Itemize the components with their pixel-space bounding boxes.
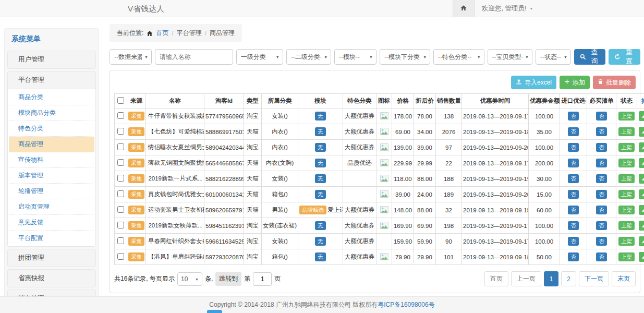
import-select-badge[interactable]: 否	[568, 112, 579, 121]
row-checkbox[interactable]	[117, 159, 124, 166]
status-badge[interactable]: 上架	[618, 112, 635, 121]
batch-delete-button[interactable]: 批量删除	[593, 76, 636, 89]
must-buy-badge[interactable]: 否	[596, 237, 607, 246]
user-menu[interactable]: 欢迎您, 管理员! ▼	[475, 0, 540, 17]
must-buy-badge[interactable]: 否	[596, 159, 607, 167]
import-select-badge[interactable]: 否	[568, 237, 579, 246]
add-button[interactable]: 添加	[560, 76, 590, 89]
row-checkbox[interactable]	[117, 253, 124, 260]
import-select-badge[interactable]: 否	[568, 174, 579, 183]
row-checkbox[interactable]	[117, 206, 124, 213]
icp-link[interactable]: 粤ICP备16098006号	[378, 300, 434, 309]
status-badge[interactable]: 上架	[618, 143, 635, 152]
sidebar-group-header-4[interactable]: 消息管理	[8, 290, 95, 296]
page-button-上一页[interactable]: 上一页	[511, 271, 541, 286]
home-button[interactable]	[453, 0, 475, 17]
row-checkbox[interactable]	[117, 222, 124, 228]
module-select[interactable]: --模块--	[334, 49, 376, 65]
edit-icon	[641, 191, 644, 197]
sidebar-item-7[interactable]: 启动页管理	[9, 199, 94, 215]
import-select-badge[interactable]: 否	[568, 143, 579, 152]
row-checkbox[interactable]	[117, 190, 124, 197]
must-buy-badge[interactable]: 否	[596, 190, 607, 199]
row-checkbox[interactable]	[117, 175, 124, 182]
row-checkbox[interactable]	[117, 237, 124, 244]
import-select-badge[interactable]: 否	[568, 190, 579, 199]
module-sub-category-select[interactable]: --模块下分类--	[380, 49, 430, 65]
must-buy-badge[interactable]: 否	[596, 143, 607, 152]
edit-button[interactable]	[639, 236, 644, 246]
sidebar-item-9[interactable]: 平台配置	[9, 231, 94, 246]
status-badge[interactable]: 上架	[618, 127, 635, 136]
edit-button[interactable]	[639, 158, 644, 168]
cell-coupon_amount: 100.00	[529, 140, 560, 155]
item-type-select[interactable]: --宝贝类型--	[488, 49, 532, 65]
sidebar-item-2[interactable]: 特色分类	[9, 121, 94, 137]
sidebar-item-6[interactable]: 轮播管理	[9, 184, 94, 199]
page-button-末页[interactable]: 末页	[612, 271, 636, 286]
edit-button[interactable]	[639, 111, 644, 121]
page-button-2[interactable]: 2	[561, 271, 576, 286]
import-select-badge[interactable]: 否	[568, 206, 579, 214]
reset-button[interactable]: 重置	[609, 49, 640, 65]
import-select-badge[interactable]: 否	[568, 159, 579, 167]
sidebar-item-1[interactable]: 模块商品分类	[9, 105, 94, 121]
status-select[interactable]: --状态--	[536, 49, 571, 65]
sidebar-item-3[interactable]: 商品管理	[9, 137, 94, 152]
import-excel-button[interactable]: 导入excel	[511, 76, 556, 89]
edit-button[interactable]	[639, 189, 644, 199]
feature-category-select[interactable]: --特色分类--	[433, 49, 484, 65]
cell-category: 箱包()	[262, 249, 298, 265]
module-badge: 无	[315, 252, 326, 261]
level2-category-select[interactable]: --二级分类--	[286, 49, 331, 65]
jump-page-input[interactable]	[253, 272, 272, 286]
must-buy-badge[interactable]: 否	[596, 174, 607, 183]
sidebar-group-header-3[interactable]: 省惠快报	[8, 270, 95, 287]
sidebar-item-0[interactable]: 商品分类	[9, 90, 94, 105]
sidebar-item-8[interactable]: 意见反馈	[9, 215, 94, 231]
select-all-checkbox[interactable]	[117, 97, 124, 104]
status-badge[interactable]: 上架	[618, 174, 635, 183]
page-size-select[interactable]: 10	[177, 272, 202, 286]
breadcrumb: 当前位置: 首页 / 平台管理 / 商品管理	[110, 24, 242, 42]
sidebar-group-header-0[interactable]: 用户管理	[8, 51, 95, 68]
status-badge[interactable]: 上架	[618, 190, 635, 199]
sidebar-item-4[interactable]: 宣传物料	[9, 152, 94, 168]
edit-button[interactable]	[639, 142, 644, 152]
edit-button[interactable]	[639, 252, 644, 262]
import-select-badge[interactable]: 否	[568, 221, 579, 230]
sidebar-group-header-1[interactable]: 平台管理	[8, 71, 95, 89]
status-badge[interactable]: 上架	[618, 252, 635, 261]
edit-button[interactable]	[639, 127, 644, 137]
level1-category-select[interactable]: 一级分类	[236, 49, 283, 65]
cell-taoke_id: 589620659791	[204, 202, 244, 218]
row-checkbox[interactable]	[117, 128, 124, 135]
must-buy-badge[interactable]: 否	[596, 221, 607, 230]
column-header-module: 模块	[298, 94, 343, 109]
must-buy-badge[interactable]: 否	[596, 112, 607, 121]
sidebar-item-5[interactable]: 版本管理	[9, 168, 94, 184]
edit-button[interactable]	[639, 221, 644, 231]
status-badge[interactable]: 上架	[618, 159, 635, 167]
breadcrumb-home-link[interactable]: 首页	[156, 29, 168, 38]
row-checkbox[interactable]	[117, 112, 124, 119]
sidebar-group-header-2[interactable]: 拼团管理	[8, 249, 95, 267]
edit-button[interactable]	[639, 174, 644, 184]
page-button-1[interactable]: 1	[544, 271, 559, 286]
page-button-首页[interactable]: 首页	[484, 271, 508, 286]
data-source-select[interactable]: --数据来源--	[110, 49, 152, 65]
status-badge[interactable]: 上架	[618, 237, 635, 246]
jump-button[interactable]: 跳转到	[215, 272, 241, 286]
status-badge[interactable]: 上架	[618, 206, 635, 214]
edit-button[interactable]	[639, 205, 644, 215]
must-buy-badge[interactable]: 否	[596, 252, 607, 261]
search-button[interactable]: 查询	[574, 49, 606, 65]
row-checkbox[interactable]	[117, 143, 124, 150]
import-select-badge[interactable]: 否	[568, 127, 579, 136]
must-buy-badge[interactable]: 否	[596, 206, 607, 214]
name-input[interactable]	[155, 49, 233, 65]
import-select-badge[interactable]: 否	[568, 252, 579, 261]
status-badge[interactable]: 上架	[618, 221, 635, 230]
page-button-下一页[interactable]: 下一页	[579, 271, 609, 286]
must-buy-badge[interactable]: 否	[596, 127, 607, 136]
